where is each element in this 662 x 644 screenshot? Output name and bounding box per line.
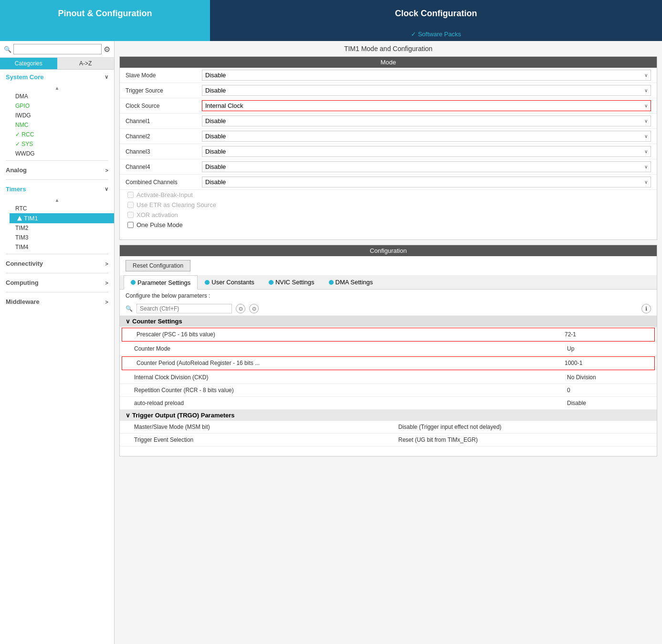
channel4-select[interactable]: Disable ∨ [202,161,651,172]
divider-2 [6,179,108,180]
sidebar-item-nmc[interactable]: NMC [10,120,114,130]
slave-mode-select[interactable]: Disable ∨ [202,70,651,81]
sidebar-search-input[interactable] [13,44,102,54]
config-tabs: Parameter Settings User Constants NVIC S… [120,275,657,290]
param-settings-label: Parameter Settings [137,279,190,286]
analog-header[interactable]: Analog > [0,163,114,177]
clock-source-select[interactable]: Internal Clock ∨ [202,100,651,111]
trigger-source-select[interactable]: Disable ∨ [202,85,651,96]
sidebar-item-tim3[interactable]: TIM3 [10,233,114,242]
timers-header[interactable]: Timers ∨ [0,182,114,197]
sidebar-item-rtc[interactable]: RTC [10,204,114,213]
trigger-event-row: Trigger Event Selection Reset (UG bit fr… [120,434,657,447]
activate-break-label: Activate-Break-Input [137,191,193,198]
tab-a-to-z[interactable]: A->Z [57,58,115,69]
tab-dma-settings[interactable]: DMA Settings [322,275,380,289]
connectivity-label: Connectivity [6,260,43,267]
divider-1 [6,160,108,161]
counter-settings-header[interactable]: ∨ Counter Settings [120,316,657,327]
config-search-input[interactable] [137,304,232,313]
sidebar-item-iwdg[interactable]: IWDG [10,111,114,120]
master-slave-value[interactable]: Disable (Trigger input effect not delaye… [393,422,657,432]
channel4-chevron: ∨ [644,164,648,169]
channel3-label: Channel3 [126,148,202,155]
sidebar-item-tim1[interactable]: TIM1 [10,213,114,223]
sidebar-item-gpio[interactable]: GPIO [10,101,114,111]
computing-header[interactable]: Computing > [0,275,114,290]
sidebar-item-tim4[interactable]: TIM4 [10,242,114,252]
counter-mode-value[interactable]: Up [561,344,657,353]
clock-division-value[interactable]: No Division [561,373,657,382]
master-slave-name: Master/Slave Mode (MSM bit) [120,422,393,432]
tab-user-constants[interactable]: User Constants [198,275,262,289]
channel2-select[interactable]: Disable ∨ [202,131,651,142]
xor-label: XOR activation [137,211,178,218]
tab-categories[interactable]: Categories [0,58,57,69]
nvic-settings-dot [269,280,273,285]
combined-channels-value: Disable [205,178,226,186]
config-search-icon: 🔍 [126,305,133,312]
prescaler-value[interactable]: 72-1 [559,330,654,339]
search-prev-button[interactable]: ⊙ [236,304,245,313]
software-packs-label[interactable]: ✓ Software Packs [411,31,461,38]
reset-config-button[interactable]: Reset Configuration [126,260,190,271]
header: Pinout & Configuration Clock Configurati… [0,0,662,27]
sidebar: 🔍 ⚙ Categories A->Z System Core ∨ ▲ DMA … [0,41,115,644]
tab-nvic-settings[interactable]: NVIC Settings [262,275,322,289]
combined-channels-select[interactable]: Disable ∨ [202,177,651,187]
channel1-label: Channel1 [126,118,202,125]
channel3-row: Channel3 Disable ∨ [120,144,657,159]
search-next-button[interactable]: ⊙ [249,304,259,313]
channel4-value: Disable [205,163,226,170]
user-constants-label: User Constants [211,279,254,286]
config-description: Configure the below parameters : [120,290,657,302]
header-clock[interactable]: Clock Configuration [210,0,662,27]
scroll-up-arrow[interactable]: ▲ [0,84,114,92]
pinout-title: Pinout & Configuration [58,9,152,19]
sidebar-search-bar: 🔍 ⚙ [0,41,114,58]
trigger-output-header[interactable]: ∨ Trigger Output (TRGO) Parameters [120,410,657,421]
clock-division-row: Internal Clock Division (CKD) No Divisio… [120,371,657,384]
info-button[interactable]: ℹ [641,304,651,313]
system-core-chevron: ∨ [105,74,108,80]
sidebar-item-sys[interactable]: SYS [10,139,114,149]
clock-source-row: Clock Source Internal Clock ∨ [120,98,657,114]
trigger-event-name: Trigger Event Selection [120,435,393,445]
channel2-label: Channel2 [126,133,202,140]
timers-label: Timers [6,186,26,193]
repetition-counter-row: Repetition Counter (RCR - 8 bits value) … [120,384,657,397]
computing-chevron: > [105,280,108,286]
sidebar-item-tim2[interactable]: TIM2 [10,223,114,233]
connectivity-header[interactable]: Connectivity > [0,256,114,271]
tim1-label: TIM1 [24,215,38,222]
middleware-label: Middleware [6,298,40,305]
sidebar-item-dma[interactable]: DMA [10,92,114,101]
repetition-counter-value[interactable]: 0 [561,385,657,395]
trigger-source-value: Disable [205,87,226,94]
counter-chevron-icon: ∨ [126,318,130,325]
middleware-header[interactable]: Middleware > [0,294,114,309]
counter-period-value[interactable]: 1000-1 [559,358,654,368]
channel2-value: Disable [205,133,226,140]
clock-source-value: Internal Clock [205,102,243,109]
header-pinout[interactable]: Pinout & Configuration [0,0,210,27]
divider-3 [6,254,108,254]
timers-items: RTC TIM1 TIM2 TIM3 TIM4 [0,204,114,252]
trigger-event-value[interactable]: Reset (UG bit from TIMx_EGR) [393,435,657,445]
tab-parameter-settings[interactable]: Parameter Settings [124,275,198,290]
trigger-source-row: Trigger Source Disable ∨ [120,83,657,98]
channel3-select[interactable]: Disable ∨ [202,146,651,157]
system-core-header[interactable]: System Core ∨ [0,70,114,84]
use-etr-row: Use ETR as Clearing Source [120,200,657,210]
prescaler-row: Prescaler (PSC - 16 bits value) 72-1 [122,328,654,341]
auto-reload-value[interactable]: Disable [561,398,657,408]
slave-mode-row: Slave Mode Disable ∨ [120,68,657,83]
sidebar-section-timers: Timers ∨ ▲ RTC TIM1 TIM2 TIM3 TIM4 [0,182,114,252]
sidebar-item-wwdg[interactable]: WWDG [10,149,114,158]
channel1-select[interactable]: Disable ∨ [202,115,651,126]
one-pulse-checkbox[interactable] [127,222,134,228]
middleware-chevron: > [105,299,108,305]
timers-scroll-up[interactable]: ▲ [0,197,114,204]
gear-button[interactable]: ⚙ [104,45,110,54]
sidebar-item-rcc[interactable]: RCC [10,130,114,139]
